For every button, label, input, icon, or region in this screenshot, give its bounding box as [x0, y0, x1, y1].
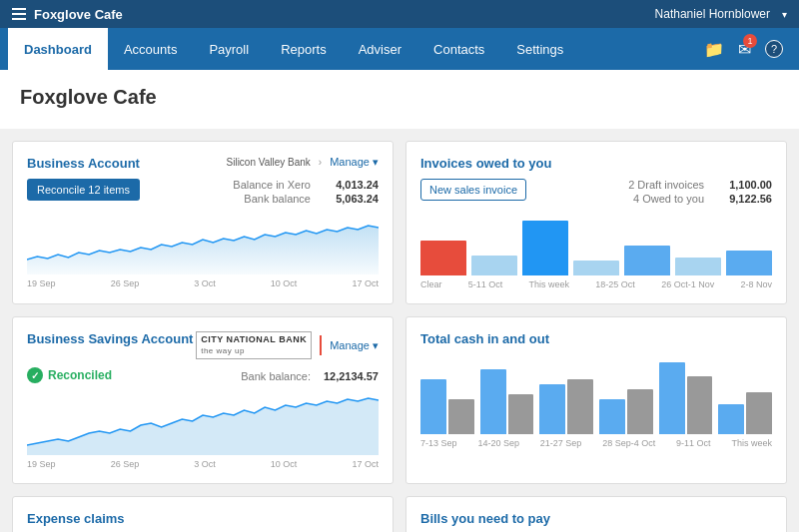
- bank-name: Silicon Valley Bank: [227, 157, 311, 168]
- business-account-card: Business Account Silicon Valley Bank › M…: [12, 141, 394, 304]
- inv-date-2: 5-11 Oct: [468, 279, 503, 289]
- bills-card: Bills you need to pay New bill 2 Draft b…: [405, 496, 787, 532]
- bank-balance-label: Bank balance: [244, 193, 311, 205]
- date-5: 17 Oct: [352, 278, 379, 288]
- savings-header-right: CITY NATIONAL BANK the way up Manage: [196, 331, 379, 359]
- inv-date-4: 18-25 Oct: [595, 279, 635, 289]
- expense-title: Expense claims: [27, 511, 125, 526]
- business-account-header: Business Account Silicon Valley Bank › M…: [27, 156, 379, 171]
- savings-bank-balance-label: Bank balance:: [241, 370, 311, 382]
- draft-invoices-val: 1,100.00: [712, 179, 772, 191]
- nav-payroll[interactable]: Payroll: [193, 28, 265, 70]
- user-name[interactable]: Nathaniel Hornblower: [655, 7, 770, 21]
- balance-in-xero-val: 4,013.24: [319, 179, 379, 191]
- sav-date-2: 26 Sep: [111, 459, 140, 469]
- bills-header: Bills you need to pay: [420, 511, 772, 526]
- nav-reports[interactable]: Reports: [265, 28, 343, 70]
- date-4: 10 Oct: [271, 278, 298, 288]
- expense-claims-card: Expense claims New receipt Your current …: [12, 496, 394, 532]
- business-account-chart: [27, 215, 379, 274]
- savings-title: Business Savings Account: [27, 331, 193, 346]
- date-3: 3 Oct: [194, 278, 216, 288]
- invoices-dates: Clear 5-11 Oct This week 18-25 Oct 26 Oc…: [420, 279, 772, 289]
- inv-date-6: 2-8 Nov: [740, 279, 772, 289]
- savings-manage-link[interactable]: Manage: [330, 339, 379, 352]
- cash-date-1: 7-13 Sep: [420, 438, 457, 448]
- cash-header: Total cash in and out: [420, 331, 772, 346]
- cash-date-6: This week: [731, 438, 772, 448]
- cash-date-5: 9-11 Oct: [676, 438, 711, 448]
- top-bar-left: Foxglove Cafe: [12, 7, 123, 22]
- reconcile-button[interactable]: Reconcile 12 items: [27, 179, 140, 201]
- city-national-bank: CITY NATIONAL BANK the way up: [196, 331, 312, 359]
- invoices-owed-card: Invoices owed to you New sales invoice 2…: [405, 141, 787, 304]
- page-header: Foxglove Cafe: [0, 70, 799, 129]
- cash-date-3: 21-27 Sep: [540, 438, 582, 448]
- top-bar-right: Nathaniel Hornblower ▾: [655, 7, 787, 21]
- nav-accounts[interactable]: Accounts: [108, 28, 193, 70]
- invoice-stats: 2 Draft invoices 1,100.00 4 Owed to you …: [628, 179, 772, 207]
- mail-badge: 1: [743, 34, 757, 48]
- nav-settings[interactable]: Settings: [500, 28, 579, 70]
- page-title: Foxglove Cafe: [20, 86, 779, 109]
- check-icon: ✓: [27, 367, 43, 383]
- inv-date-3: This week: [529, 279, 570, 289]
- cash-date-4: 28 Sep-4 Oct: [602, 438, 655, 448]
- cash-title: Total cash in and out: [420, 331, 549, 346]
- business-savings-card: Business Savings Account CITY NATIONAL B…: [12, 316, 394, 484]
- bank-balance-val: 5,063.24: [319, 193, 379, 205]
- dashboard: Business Account Silicon Valley Bank › M…: [0, 129, 799, 532]
- savings-bank-balance-val: 12,2134.57: [319, 370, 379, 382]
- nav-contacts[interactable]: Contacts: [417, 28, 500, 70]
- balance-in-xero-label: Balance in Xero: [233, 179, 311, 191]
- invoices-bar-chart: [420, 211, 772, 275]
- bills-title: Bills you need to pay: [420, 511, 550, 526]
- reconciled-status: ✓ Reconciled: [27, 367, 112, 383]
- hamburger-menu[interactable]: [12, 8, 26, 20]
- nav-bar: Dashboard Accounts Payroll Reports Advis…: [0, 28, 799, 70]
- total-cash-card: Total cash in and out: [405, 316, 787, 484]
- nav-adviser[interactable]: Adviser: [343, 28, 417, 70]
- nav-dashboard[interactable]: Dashboard: [8, 28, 108, 70]
- savings-dates: 19 Sep 26 Sep 3 Oct 10 Oct 17 Oct: [27, 459, 379, 469]
- help-icon[interactable]: ?: [765, 40, 783, 58]
- balance-info: Balance in Xero 4,013.24 Bank balance 5,…: [233, 179, 379, 207]
- business-account-header-right: Silicon Valley Bank › Manage: [227, 156, 379, 169]
- sav-date-1: 19 Sep: [27, 459, 56, 469]
- savings-balance-row: Bank balance: 12,2134.57: [241, 370, 379, 382]
- expense-header: Expense claims: [27, 511, 379, 526]
- invoices-header: Invoices owed to you: [420, 156, 772, 171]
- inv-date-1: Clear: [420, 279, 442, 289]
- sav-date-4: 10 Oct: [271, 459, 298, 469]
- savings-chart: [27, 395, 379, 455]
- savings-header: Business Savings Account CITY NATIONAL B…: [27, 331, 379, 359]
- inv-date-5: 26 Oct-1 Nov: [661, 279, 714, 289]
- date-1: 19 Sep: [27, 278, 56, 288]
- company-name: Foxglove Cafe: [34, 7, 123, 22]
- folder-icon[interactable]: 📁: [704, 40, 724, 59]
- manage-link[interactable]: Manage: [330, 156, 379, 169]
- new-sales-button[interactable]: New sales invoice: [420, 179, 526, 201]
- business-account-title: Business Account: [27, 156, 140, 171]
- dropdown-arrow[interactable]: ▾: [782, 9, 787, 20]
- reconciled-label: Reconciled: [48, 368, 112, 382]
- cash-bar-chart: [420, 354, 772, 434]
- nav-right: 📁 ✉ 1 ?: [704, 28, 791, 70]
- business-account-dates: 19 Sep 26 Sep 3 Oct 10 Oct 17 Oct: [27, 278, 379, 288]
- draft-invoices-label: 2 Draft invoices: [628, 179, 704, 191]
- owed-val: 9,122.56: [712, 193, 772, 205]
- top-bar: Foxglove Cafe Nathaniel Hornblower ▾: [0, 0, 799, 28]
- sav-date-5: 17 Oct: [352, 459, 379, 469]
- invoices-title: Invoices owed to you: [420, 156, 551, 171]
- mail-icon[interactable]: ✉ 1: [738, 40, 751, 59]
- cash-dates: 7-13 Sep 14-20 Sep 21-27 Sep 28 Sep-4 Oc…: [420, 438, 772, 448]
- owed-label: 4 Owed to you: [633, 193, 704, 205]
- cash-date-2: 14-20 Sep: [477, 438, 519, 448]
- sav-date-3: 3 Oct: [194, 459, 216, 469]
- date-2: 26 Sep: [111, 278, 140, 288]
- nav-left: Dashboard Accounts Payroll Reports Advis…: [8, 28, 579, 70]
